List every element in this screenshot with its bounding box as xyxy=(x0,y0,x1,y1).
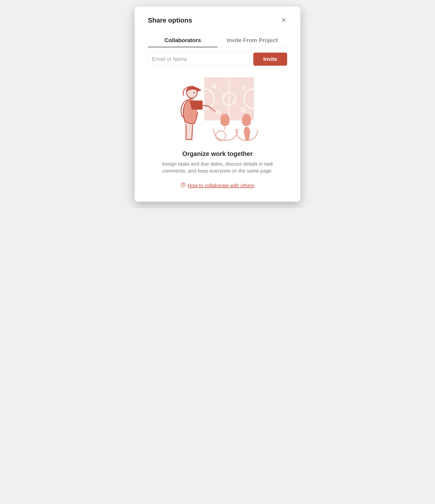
invite-row: Invite xyxy=(148,53,287,66)
modal-title: Share options xyxy=(148,17,192,24)
content: Organize work together Assign tasks and … xyxy=(148,150,287,189)
illustration xyxy=(148,74,287,144)
tab-collaborators[interactable]: Collaborators xyxy=(148,34,218,47)
help-icon xyxy=(181,182,186,189)
collaboration-illustration-icon xyxy=(176,74,259,144)
tabs: Collaborators Invite From Project xyxy=(148,34,287,47)
help-link-label: How to collaborate with others xyxy=(188,183,254,188)
tab-label: Invite From Project xyxy=(227,37,278,43)
close-icon xyxy=(281,18,287,23)
content-description: Assign tasks and due dates, discuss deta… xyxy=(148,161,287,174)
tab-invite-from-project[interactable]: Invite From Project xyxy=(218,34,287,47)
invite-button[interactable]: Invite xyxy=(253,53,287,66)
modal-header: Share options xyxy=(148,17,287,24)
svg-point-10 xyxy=(193,92,195,93)
content-title: Organize work together xyxy=(148,150,287,157)
share-options-modal: Share options Collaborators Invite From … xyxy=(135,7,300,202)
close-button[interactable] xyxy=(280,17,287,24)
tab-label: Collaborators xyxy=(164,37,201,43)
help-link[interactable]: How to collaborate with others xyxy=(181,182,254,189)
svg-point-15 xyxy=(183,186,183,186)
invite-input[interactable] xyxy=(148,53,249,66)
